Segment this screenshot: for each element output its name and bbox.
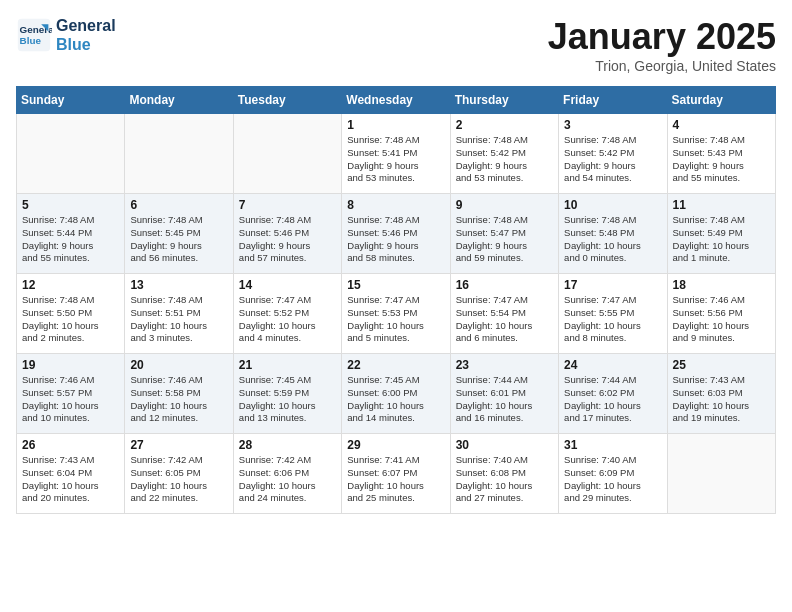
day-number: 4 [673,118,770,132]
day-info: Sunrise: 7:48 AM Sunset: 5:42 PM Dayligh… [456,134,553,185]
day-info: Sunrise: 7:48 AM Sunset: 5:48 PM Dayligh… [564,214,661,265]
day-number: 21 [239,358,336,372]
calendar-week-row: 5Sunrise: 7:48 AM Sunset: 5:44 PM Daylig… [17,194,776,274]
day-number: 28 [239,438,336,452]
day-info: Sunrise: 7:48 AM Sunset: 5:51 PM Dayligh… [130,294,227,345]
day-number: 12 [22,278,119,292]
calendar-cell: 19Sunrise: 7:46 AM Sunset: 5:57 PM Dayli… [17,354,125,434]
day-info: Sunrise: 7:43 AM Sunset: 6:04 PM Dayligh… [22,454,119,505]
day-info: Sunrise: 7:48 AM Sunset: 5:44 PM Dayligh… [22,214,119,265]
calendar-week-row: 19Sunrise: 7:46 AM Sunset: 5:57 PM Dayli… [17,354,776,434]
calendar-cell: 18Sunrise: 7:46 AM Sunset: 5:56 PM Dayli… [667,274,775,354]
day-info: Sunrise: 7:42 AM Sunset: 6:05 PM Dayligh… [130,454,227,505]
calendar-cell [667,434,775,514]
day-info: Sunrise: 7:48 AM Sunset: 5:42 PM Dayligh… [564,134,661,185]
calendar-cell: 23Sunrise: 7:44 AM Sunset: 6:01 PM Dayli… [450,354,558,434]
column-header-tuesday: Tuesday [233,87,341,114]
day-number: 11 [673,198,770,212]
day-info: Sunrise: 7:45 AM Sunset: 6:00 PM Dayligh… [347,374,444,425]
day-number: 31 [564,438,661,452]
column-header-monday: Monday [125,87,233,114]
day-info: Sunrise: 7:47 AM Sunset: 5:52 PM Dayligh… [239,294,336,345]
day-number: 5 [22,198,119,212]
day-info: Sunrise: 7:41 AM Sunset: 6:07 PM Dayligh… [347,454,444,505]
day-info: Sunrise: 7:44 AM Sunset: 6:02 PM Dayligh… [564,374,661,425]
calendar-cell: 26Sunrise: 7:43 AM Sunset: 6:04 PM Dayli… [17,434,125,514]
day-number: 27 [130,438,227,452]
calendar-week-row: 1Sunrise: 7:48 AM Sunset: 5:41 PM Daylig… [17,114,776,194]
day-number: 1 [347,118,444,132]
day-number: 22 [347,358,444,372]
calendar-cell: 14Sunrise: 7:47 AM Sunset: 5:52 PM Dayli… [233,274,341,354]
day-number: 20 [130,358,227,372]
day-info: Sunrise: 7:48 AM Sunset: 5:41 PM Dayligh… [347,134,444,185]
logo-text: GeneralBlue [56,16,116,54]
svg-text:Blue: Blue [20,35,42,46]
calendar-cell: 8Sunrise: 7:48 AM Sunset: 5:46 PM Daylig… [342,194,450,274]
day-number: 29 [347,438,444,452]
calendar-cell: 1Sunrise: 7:48 AM Sunset: 5:41 PM Daylig… [342,114,450,194]
calendar-cell: 2Sunrise: 7:48 AM Sunset: 5:42 PM Daylig… [450,114,558,194]
calendar-cell: 21Sunrise: 7:45 AM Sunset: 5:59 PM Dayli… [233,354,341,434]
day-number: 16 [456,278,553,292]
page-header: General Blue GeneralBlue January 2025 Tr… [16,16,776,74]
calendar-cell: 12Sunrise: 7:48 AM Sunset: 5:50 PM Dayli… [17,274,125,354]
title-area: January 2025 Trion, Georgia, United Stat… [548,16,776,74]
day-info: Sunrise: 7:48 AM Sunset: 5:47 PM Dayligh… [456,214,553,265]
day-number: 30 [456,438,553,452]
day-number: 25 [673,358,770,372]
day-number: 3 [564,118,661,132]
day-info: Sunrise: 7:47 AM Sunset: 5:53 PM Dayligh… [347,294,444,345]
calendar-cell: 31Sunrise: 7:40 AM Sunset: 6:09 PM Dayli… [559,434,667,514]
day-info: Sunrise: 7:46 AM Sunset: 5:56 PM Dayligh… [673,294,770,345]
calendar-cell: 27Sunrise: 7:42 AM Sunset: 6:05 PM Dayli… [125,434,233,514]
column-header-thursday: Thursday [450,87,558,114]
logo: General Blue GeneralBlue [16,16,116,54]
day-number: 14 [239,278,336,292]
day-number: 7 [239,198,336,212]
calendar-cell [17,114,125,194]
day-info: Sunrise: 7:43 AM Sunset: 6:03 PM Dayligh… [673,374,770,425]
calendar-cell: 24Sunrise: 7:44 AM Sunset: 6:02 PM Dayli… [559,354,667,434]
column-header-saturday: Saturday [667,87,775,114]
day-info: Sunrise: 7:48 AM Sunset: 5:45 PM Dayligh… [130,214,227,265]
column-header-wednesday: Wednesday [342,87,450,114]
day-number: 18 [673,278,770,292]
day-number: 10 [564,198,661,212]
day-info: Sunrise: 7:40 AM Sunset: 6:09 PM Dayligh… [564,454,661,505]
calendar-header-row: SundayMondayTuesdayWednesdayThursdayFrid… [17,87,776,114]
calendar-cell: 3Sunrise: 7:48 AM Sunset: 5:42 PM Daylig… [559,114,667,194]
day-info: Sunrise: 7:42 AM Sunset: 6:06 PM Dayligh… [239,454,336,505]
calendar-cell: 29Sunrise: 7:41 AM Sunset: 6:07 PM Dayli… [342,434,450,514]
day-info: Sunrise: 7:46 AM Sunset: 5:58 PM Dayligh… [130,374,227,425]
day-number: 19 [22,358,119,372]
day-info: Sunrise: 7:40 AM Sunset: 6:08 PM Dayligh… [456,454,553,505]
day-info: Sunrise: 7:48 AM Sunset: 5:46 PM Dayligh… [239,214,336,265]
day-info: Sunrise: 7:47 AM Sunset: 5:55 PM Dayligh… [564,294,661,345]
calendar-cell: 30Sunrise: 7:40 AM Sunset: 6:08 PM Dayli… [450,434,558,514]
day-info: Sunrise: 7:46 AM Sunset: 5:57 PM Dayligh… [22,374,119,425]
calendar-cell: 20Sunrise: 7:46 AM Sunset: 5:58 PM Dayli… [125,354,233,434]
calendar-cell: 11Sunrise: 7:48 AM Sunset: 5:49 PM Dayli… [667,194,775,274]
column-header-sunday: Sunday [17,87,125,114]
calendar-cell: 7Sunrise: 7:48 AM Sunset: 5:46 PM Daylig… [233,194,341,274]
day-number: 23 [456,358,553,372]
day-info: Sunrise: 7:48 AM Sunset: 5:43 PM Dayligh… [673,134,770,185]
day-number: 9 [456,198,553,212]
day-info: Sunrise: 7:48 AM Sunset: 5:50 PM Dayligh… [22,294,119,345]
calendar-cell [125,114,233,194]
calendar-week-row: 12Sunrise: 7:48 AM Sunset: 5:50 PM Dayli… [17,274,776,354]
logo-icon: General Blue [16,17,52,53]
day-number: 15 [347,278,444,292]
calendar-cell: 6Sunrise: 7:48 AM Sunset: 5:45 PM Daylig… [125,194,233,274]
calendar-cell: 16Sunrise: 7:47 AM Sunset: 5:54 PM Dayli… [450,274,558,354]
calendar-cell [233,114,341,194]
calendar-cell: 28Sunrise: 7:42 AM Sunset: 6:06 PM Dayli… [233,434,341,514]
column-header-friday: Friday [559,87,667,114]
calendar-cell: 5Sunrise: 7:48 AM Sunset: 5:44 PM Daylig… [17,194,125,274]
calendar-cell: 4Sunrise: 7:48 AM Sunset: 5:43 PM Daylig… [667,114,775,194]
calendar-cell: 10Sunrise: 7:48 AM Sunset: 5:48 PM Dayli… [559,194,667,274]
calendar-title: January 2025 [548,16,776,58]
calendar-cell: 13Sunrise: 7:48 AM Sunset: 5:51 PM Dayli… [125,274,233,354]
day-info: Sunrise: 7:48 AM Sunset: 5:46 PM Dayligh… [347,214,444,265]
